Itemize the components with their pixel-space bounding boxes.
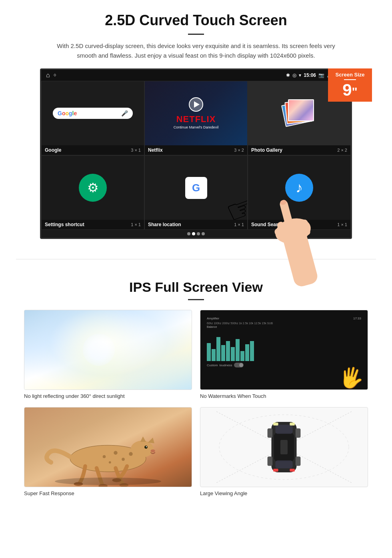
svg-point-9 [131, 441, 154, 458]
cheetah-svg [24, 407, 192, 487]
screen-size-badge: Screen Size 9" [328, 68, 372, 102]
settings-app-size: 1 × 1 [131, 222, 141, 227]
svg-rect-37 [280, 440, 288, 454]
screen-wrapper: ⌂ ᛜ ✱ ◎ ▾ 15:06 📷 🔊 ✕ ▭ [40, 68, 352, 239]
maps-app-cell[interactable]: G ☞ Share location 1 × 1 [144, 155, 248, 230]
hand-svg [256, 167, 328, 287]
svg-marker-10 [148, 438, 154, 443]
netflix-app-cell[interactable]: NETFLIX Continue Marvel's Daredevil Netf… [144, 81, 248, 155]
car-caption: Large Viewing Angle [200, 490, 368, 496]
touch-hand-icon: 🖐 [337, 364, 365, 390]
settings-app-cell[interactable]: ⚙ Settings shortcut 1 × 1 [41, 155, 144, 230]
netflix-logo: NETFLIX [176, 114, 216, 124]
svg-rect-36 [296, 456, 301, 466]
maps-label-bar: Share location 1 × 1 [145, 220, 247, 229]
sunlight-caption: No light reflecting under 360° direct su… [24, 393, 192, 399]
badge-underline [344, 79, 356, 80]
svg-rect-33 [268, 428, 273, 438]
light-rays [24, 310, 192, 389]
settings-label-bar: Settings shortcut 1 × 1 [42, 220, 144, 229]
dot-3 [197, 232, 200, 235]
status-left: ⌂ ᛜ [46, 72, 56, 79]
google-logo: Google [58, 110, 77, 116]
sunlight-card: No light reflecting under 360° direct su… [24, 310, 192, 399]
amp-bar-4 [221, 345, 225, 361]
curved-touch-screen-section: 2.5D Curved Touch Screen With 2.5D curve… [0, 0, 392, 247]
amp-time: 17:33 [353, 317, 361, 320]
amplifier-card: Amplifier 17:33 60hz100hz200hz500hz1k2.5… [200, 310, 368, 399]
bluetooth-icon: ✱ [286, 72, 290, 78]
netflix-subtitle: Continue Marvel's Daredevil [174, 125, 218, 129]
cheetah-caption: Super Fast Response [24, 490, 192, 496]
gallery-app-size: 2 × 2 [337, 148, 347, 153]
amp-title: Amplifier [207, 317, 219, 320]
svg-point-13 [146, 446, 147, 448]
settings-icon-circle: ⚙ [79, 174, 107, 202]
features-grid: No light reflecting under 360° direct su… [24, 310, 368, 496]
amp-bar-2 [212, 349, 216, 361]
dot-1 [187, 232, 190, 235]
dot-4 [202, 232, 205, 235]
status-time: 15:06 [304, 72, 316, 78]
amplifier-caption: No Watermarks When Touch [200, 393, 368, 399]
ips-title-underline [188, 299, 204, 300]
badge-title: Screen Size [332, 72, 368, 78]
status-bar: ⌂ ᛜ ✱ ◎ ▾ 15:06 📷 🔊 ✕ ▭ [41, 70, 351, 81]
home-icon[interactable]: ⌂ [46, 72, 50, 79]
sunlight-image [24, 310, 192, 390]
sound-app-size: 1 × 1 [337, 222, 347, 227]
amp-bar-5 [226, 341, 230, 361]
google-widget[interactable]: Google 🎤 [53, 108, 133, 119]
svg-rect-35 [268, 456, 273, 466]
netflix-app-name: Netflix [148, 147, 163, 153]
svg-rect-38 [273, 423, 278, 426]
amplifier-content: Amplifier 17:33 60hz100hz200hz500hz1k2.5… [204, 313, 364, 371]
settings-app-name: Settings shortcut [45, 222, 84, 227]
google-app-cell[interactable]: Google 🎤 Google 3 × 1 [41, 81, 144, 155]
play-circle[interactable] [189, 97, 203, 112]
svg-point-14 [150, 450, 155, 453]
google-label-bar: Google 3 × 1 [42, 145, 144, 155]
photo-item-3 [288, 99, 314, 121]
maps-app-name: Share location [148, 222, 181, 227]
maps-app-size: 1 × 1 [234, 222, 244, 227]
svg-rect-31 [275, 425, 292, 434]
cheetah-image [24, 407, 192, 487]
svg-point-16 [122, 458, 125, 461]
hand-container [256, 167, 328, 279]
amp-bar-3 [216, 337, 220, 361]
car-card: Large Viewing Angle [200, 407, 368, 496]
gallery-app-name: Photo Gallery [251, 147, 282, 153]
svg-rect-41 [290, 469, 295, 472]
maps-g-icon: G [185, 177, 207, 199]
ips-section: IPS Full Screen View No light reflecting… [0, 271, 392, 508]
svg-point-17 [103, 455, 106, 458]
svg-rect-39 [290, 423, 295, 426]
svg-rect-40 [273, 469, 278, 472]
netflix-bg: NETFLIX Continue Marvel's Daredevil [145, 81, 247, 145]
dot-2-active [192, 232, 195, 235]
hand-pointer-icon: ☞ [221, 187, 247, 220]
mic-icon[interactable]: 🎤 [121, 110, 128, 116]
amp-bar-10 [250, 341, 254, 361]
svg-point-15 [114, 451, 118, 455]
amp-bar-8 [240, 351, 244, 361]
car-top-view-svg [200, 407, 368, 487]
netflix-label-bar: Netflix 3 × 2 [145, 145, 247, 155]
cheetah-card: Super Fast Response [24, 407, 192, 496]
svg-point-24 [55, 478, 161, 485]
photo-stack [283, 99, 315, 127]
svg-point-18 [129, 452, 133, 456]
amp-bar-7 [236, 339, 240, 361]
svg-point-19 [109, 461, 111, 464]
gps-icon: ◎ [292, 72, 296, 78]
amp-bar-1 [207, 343, 211, 361]
google-cell-content: Google 🎤 [42, 81, 144, 145]
share-bg: G ☞ [145, 156, 247, 220]
settings-bg: ⚙ [42, 156, 144, 220]
section1-description: With 2.5D curved-display screen, this de… [56, 41, 336, 60]
svg-marker-11 [140, 436, 146, 442]
svg-rect-32 [275, 460, 292, 468]
google-app-size: 3 × 1 [131, 148, 141, 153]
page: 2.5D Curved Touch Screen With 2.5D curve… [0, 0, 392, 508]
